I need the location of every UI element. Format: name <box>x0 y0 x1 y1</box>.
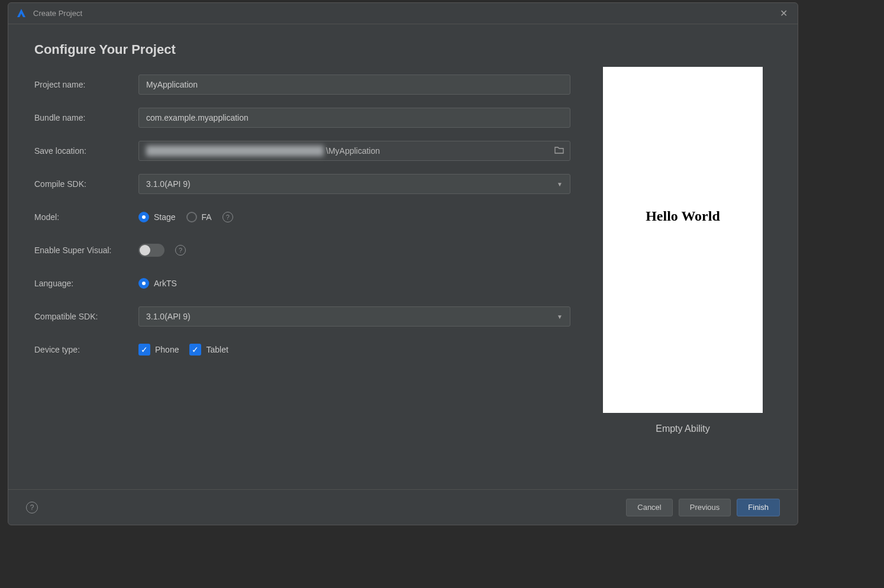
preview-canvas: Hello World <box>603 67 763 413</box>
compatible-sdk-value: 3.1.0(API 9) <box>146 312 191 321</box>
folder-icon[interactable] <box>554 146 564 156</box>
help-icon[interactable]: ? <box>222 212 233 222</box>
checkbox-check-icon: ✓ <box>189 344 201 356</box>
save-location-suffix: \MyApplication <box>326 146 380 156</box>
help-icon[interactable]: ? <box>26 502 38 513</box>
label-language: Language: <box>34 279 138 288</box>
device-option-tablet: Tablet <box>206 345 228 354</box>
help-icon[interactable]: ? <box>175 245 186 256</box>
preview-text: Hello World <box>646 208 720 224</box>
radio-dot-icon <box>186 212 197 222</box>
compile-sdk-select[interactable]: 3.1.0(API 9) ▼ <box>138 174 570 194</box>
label-compile-sdk: Compile SDK: <box>34 179 138 189</box>
chevron-down-icon: ▼ <box>557 181 563 188</box>
footer-buttons: Cancel Previous Finish <box>626 499 780 516</box>
model-radio-stage[interactable]: Stage <box>138 212 176 222</box>
device-option-phone: Phone <box>155 345 179 354</box>
compile-sdk-value: 3.1.0(API 9) <box>146 179 191 189</box>
row-compatible-sdk: Compatible SDK: 3.1.0(API 9) ▼ <box>34 306 570 327</box>
label-model: Model: <box>34 212 138 222</box>
language-radio-arkts[interactable]: ArkTS <box>138 278 177 289</box>
compatible-sdk-select[interactable]: 3.1.0(API 9) ▼ <box>138 306 570 327</box>
row-bundle-name: Bundle name: <box>34 107 570 128</box>
model-option-stage: Stage <box>154 212 176 222</box>
row-save-location: Save location: \MyApplication <box>34 140 570 161</box>
label-super-visual: Enable Super Visual: <box>34 245 138 255</box>
label-compatible-sdk: Compatible SDK: <box>34 312 138 321</box>
super-visual-toggle[interactable] <box>138 244 164 257</box>
page-title: Configure Your Project <box>34 42 570 57</box>
close-icon[interactable]: ✕ <box>776 7 791 21</box>
toggle-knob <box>140 245 150 256</box>
radio-dot-icon <box>138 212 149 222</box>
device-checkbox-tablet[interactable]: ✓ Tablet <box>189 344 228 356</box>
label-bundle-name: Bundle name: <box>34 113 138 122</box>
finish-button[interactable]: Finish <box>737 499 780 516</box>
chevron-down-icon: ▼ <box>557 314 563 320</box>
preview-caption: Empty Ability <box>656 424 710 434</box>
radio-dot-icon <box>138 278 149 289</box>
bundle-name-input[interactable] <box>138 108 570 128</box>
checkbox-check-icon: ✓ <box>138 344 150 356</box>
row-model: Model: Stage FA ? <box>34 206 570 228</box>
row-compile-sdk: Compile SDK: 3.1.0(API 9) ▼ <box>34 173 570 195</box>
row-super-visual: Enable Super Visual: ? <box>34 240 570 261</box>
app-logo-icon <box>15 8 27 20</box>
label-device-type: Device type: <box>34 345 138 354</box>
language-option-arkts: ArkTS <box>154 279 177 288</box>
project-name-input[interactable] <box>138 75 570 95</box>
label-project-name: Project name: <box>34 80 138 89</box>
create-project-dialog: Create Project ✕ Configure Your Project … <box>8 2 798 525</box>
titlebar: Create Project ✕ <box>8 3 798 24</box>
dialog-content: Configure Your Project Project name: Bun… <box>8 24 798 489</box>
row-project-name: Project name: <box>34 74 570 95</box>
model-option-fa: FA <box>202 212 212 222</box>
form-panel: Configure Your Project Project name: Bun… <box>34 42 594 483</box>
row-language: Language: ArkTS <box>34 273 570 294</box>
row-device-type: Device type: ✓ Phone ✓ Tablet <box>34 339 570 360</box>
model-radio-fa[interactable]: FA <box>186 212 212 222</box>
cancel-button[interactable]: Cancel <box>626 499 672 516</box>
device-checkbox-phone[interactable]: ✓ Phone <box>138 344 179 356</box>
dialog-footer: ? Cancel Previous Finish <box>8 489 798 525</box>
obscured-path <box>146 146 324 156</box>
preview-panel: Hello World Empty Ability <box>594 42 772 483</box>
label-save-location: Save location: <box>34 146 138 156</box>
save-location-input[interactable]: \MyApplication <box>138 141 570 161</box>
dialog-title: Create Project <box>33 9 82 18</box>
previous-button[interactable]: Previous <box>679 499 731 516</box>
